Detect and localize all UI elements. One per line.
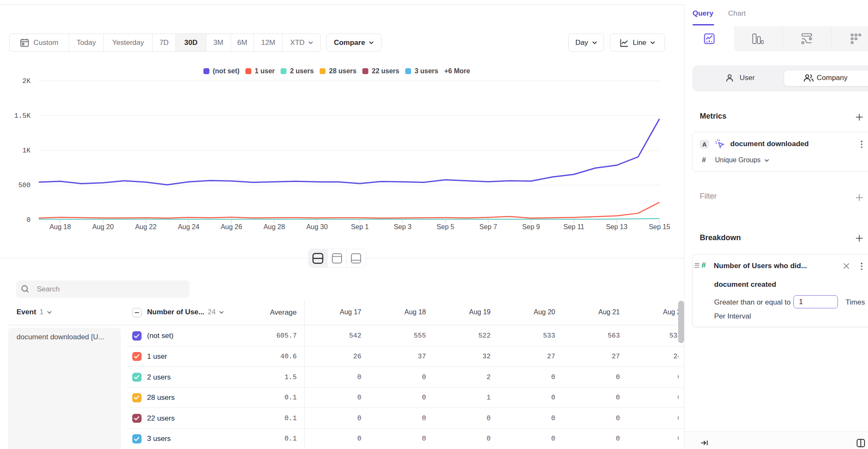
svg-text:0: 0	[26, 216, 31, 224]
svg-text:Aug 18: Aug 18	[50, 223, 71, 230]
svg-text:Sep 11: Sep 11	[563, 223, 584, 230]
svg-text:1.5K: 1.5K	[14, 112, 31, 120]
svg-text:Sep 1: Sep 1	[351, 223, 369, 230]
svg-text:Sep 3: Sep 3	[394, 223, 412, 230]
svg-text:Aug 28: Aug 28	[264, 223, 285, 230]
svg-text:Aug 30: Aug 30	[306, 223, 328, 230]
svg-text:Aug 22: Aug 22	[135, 223, 157, 230]
svg-text:Sep 15: Sep 15	[649, 223, 670, 230]
svg-text:Aug 26: Aug 26	[221, 223, 242, 230]
svg-text:Sep 7: Sep 7	[479, 223, 497, 230]
svg-text:1K: 1K	[22, 147, 31, 155]
svg-text:Aug 24: Aug 24	[178, 223, 200, 230]
svg-text:Sep 5: Sep 5	[437, 223, 454, 230]
svg-text:500: 500	[18, 182, 31, 189]
svg-text:Aug 20: Aug 20	[92, 223, 114, 230]
svg-text:Sep 9: Sep 9	[522, 223, 540, 230]
svg-text:Sep 13: Sep 13	[606, 223, 628, 230]
svg-text:2K: 2K	[22, 78, 31, 85]
